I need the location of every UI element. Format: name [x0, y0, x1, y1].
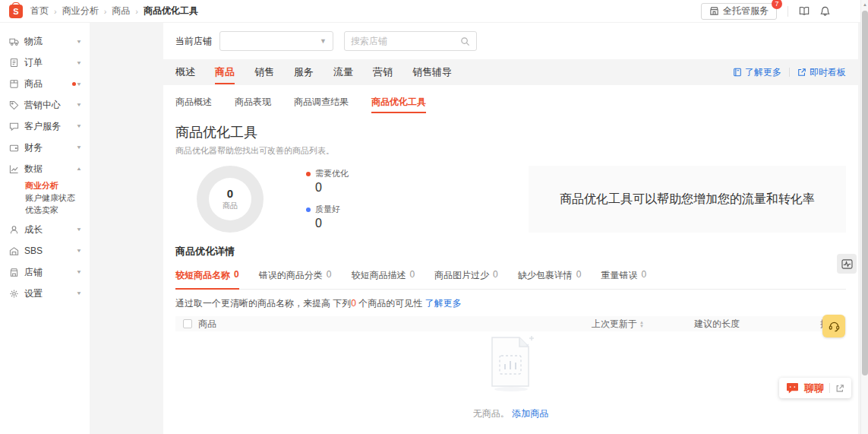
sidebar-item-orders[interactable]: 订单 ▼: [0, 52, 90, 73]
topbar-actions: 全托管服务 7: [701, 3, 851, 20]
learn-more-link[interactable]: 了解更多: [733, 66, 781, 79]
book-icon: [733, 68, 742, 77]
sidebar-data-submenu: 商业分析 账户健康状态 优选卖家: [0, 179, 90, 219]
sidebar-item-shop[interactable]: 店铺 ▼: [0, 261, 90, 283]
filter-tab-short-description[interactable]: 较短商品描述0: [351, 261, 415, 289]
donut-total-label: 商品: [223, 201, 238, 211]
legend-dot-red: [306, 172, 311, 176]
chevron-down-icon: ▼: [76, 123, 82, 128]
promo-banner-text: 商品优化工具可以帮助您增加您的流量和转化率: [529, 166, 846, 233]
store-select-dropdown[interactable]: ▼: [219, 31, 333, 51]
sidebar-item-label: 客户服务: [24, 120, 76, 133]
chevron-down-icon: ▼: [76, 59, 82, 65]
tab-service[interactable]: 服务: [294, 60, 314, 84]
filter-tab-wrong-category[interactable]: 错误的商品分类0: [259, 261, 332, 289]
performance-pulse-button[interactable]: [837, 254, 857, 274]
tab-traffic[interactable]: 流量: [333, 60, 353, 84]
store-selector-bar: 当前店铺 ▼: [163, 23, 858, 59]
filter-tab-short-name[interactable]: 较短商品名称0: [175, 261, 239, 289]
breadcrumb-home[interactable]: 首页: [30, 5, 49, 17]
legend-value: 0: [315, 217, 349, 230]
tab-product[interactable]: 商品: [215, 60, 235, 84]
add-product-link[interactable]: 添加商品: [512, 408, 548, 419]
tab-count: 0: [576, 269, 582, 282]
main-content: 当前店铺 ▼ 概述 商品 销售 服务 流量 营销 销售辅导 了解更多: [163, 23, 858, 434]
chevron-down-icon: ▼: [76, 248, 82, 253]
empty-text: 无商品。 添加商品: [473, 407, 548, 420]
sidebar-item-sbs[interactable]: SBS ▼: [0, 240, 90, 261]
scrollbar-thumb[interactable]: [862, 11, 868, 375]
chevron-down-icon: ▼: [76, 102, 82, 107]
support-headset-button[interactable]: [822, 315, 845, 337]
sidebar-item-account-health[interactable]: 账户健康状态: [25, 192, 90, 204]
tab-marketing[interactable]: 营销: [373, 60, 393, 84]
sidebar-item-data[interactable]: 数据 ▲: [0, 158, 90, 179]
scroll-up-arrow[interactable]: ▲: [861, 0, 868, 9]
webchat-button[interactable]: 聊聊: [779, 378, 851, 398]
box-icon: [9, 79, 19, 89]
sidebar-item-products[interactable]: 商品 ▼: [0, 73, 90, 94]
sidebar-item-business-analysis[interactable]: 商业分析: [25, 179, 90, 192]
sidebar-item-customer-service[interactable]: 客户服务 ▼: [0, 116, 90, 137]
table-header: 商品 上次更新于 ▲▼ 建议的长度 操作: [175, 316, 846, 331]
storefront-icon: [9, 268, 19, 277]
hint-learn-more-link[interactable]: 了解更多: [425, 298, 462, 309]
sidebar-item-marketing-center[interactable]: 营销中心 ▼: [0, 94, 90, 116]
breadcrumb-current: 商品优化工具: [144, 5, 198, 17]
sidebar-item-finance[interactable]: 财务 ▼: [0, 137, 90, 158]
warehouse-icon: [9, 246, 19, 256]
divider: [829, 383, 830, 393]
filter-tab-missing-package[interactable]: 缺少包裹详情0: [518, 261, 582, 289]
chart-icon: [9, 164, 19, 174]
subtab-product-performance[interactable]: 商品表现: [235, 88, 271, 116]
sidebar-item-logistics[interactable]: 物流 ▼: [0, 30, 90, 52]
guide-book-icon[interactable]: [799, 6, 810, 16]
legend-good-quality: 质量好 0: [306, 204, 349, 230]
select-all-checkbox[interactable]: [183, 319, 192, 328]
chevron-down-icon: ▼: [76, 269, 82, 274]
tab-overview[interactable]: 概述: [175, 60, 195, 84]
tag-icon: [9, 100, 19, 110]
tab-sales[interactable]: 销售: [254, 60, 274, 84]
tab-sales-coaching[interactable]: 销售辅导: [412, 60, 452, 84]
page-subtitle: 商品优化器帮助您找出可改善的商品列表。: [175, 145, 846, 157]
managed-service-label: 全托管服务: [723, 5, 769, 17]
legend-need-optimize: 需要优化 0: [306, 168, 349, 195]
tab-count: 0: [234, 269, 239, 282]
filter-tab-wrong-weight[interactable]: 重量错误0: [601, 261, 646, 289]
current-store-label: 当前店铺: [175, 35, 212, 48]
store-search-input[interactable]: [351, 36, 460, 46]
subtab-product-survey[interactable]: 商品调查结果: [294, 88, 349, 116]
subtab-product-overview[interactable]: 商品概述: [175, 88, 212, 116]
sidebar-item-label: SBS: [24, 246, 76, 256]
breadcrumb-business-analysis[interactable]: 商业分析: [62, 5, 99, 17]
managed-service-button[interactable]: 全托管服务 7: [701, 3, 777, 20]
product-analytics-card: 商品概述 商品表现 商品调查结果 商品优化工具 商品优化工具 商品优化器帮助您找…: [163, 85, 858, 434]
store-icon: [709, 6, 719, 16]
sidebar-item-label: 店铺: [24, 266, 76, 279]
subtab-product-optimizer[interactable]: 商品优化工具: [371, 88, 426, 116]
growth-icon: [9, 225, 19, 235]
sidebar-item-preferred-seller[interactable]: 优选卖家: [25, 204, 90, 216]
popout-icon[interactable]: [835, 384, 844, 393]
chat-icon: [786, 382, 799, 394]
main-tabs: 概述 商品 销售 服务 流量 营销 销售辅导: [175, 60, 452, 84]
shopee-logo[interactable]: S: [9, 5, 23, 18]
chat-label: 聊聊: [804, 382, 824, 395]
search-icon[interactable]: [460, 36, 470, 46]
filter-tab-few-images[interactable]: 商品图片过少0: [434, 261, 498, 289]
column-product: 商品: [198, 318, 216, 331]
sort-icon[interactable]: ▲▼: [639, 321, 644, 328]
bell-icon[interactable]: [820, 6, 830, 17]
band-links: 了解更多 即时看板: [733, 66, 846, 79]
sidebar-item-settings[interactable]: 设置 ▼: [0, 283, 90, 304]
sidebar-item-label: 财务: [24, 141, 76, 154]
page-scrollbar[interactable]: ▲: [860, 0, 868, 434]
realtime-dashboard-link[interactable]: 即时看板: [797, 66, 846, 79]
donut-center: 0 商品: [209, 178, 251, 220]
sidebar-item-growth[interactable]: 成长 ▼: [0, 219, 90, 240]
quality-donut-chart: 0 商品 需要优化 0 质量好: [175, 166, 529, 233]
donut-ring: 0 商品: [197, 166, 264, 233]
breadcrumb-product[interactable]: 商品: [112, 5, 130, 17]
tab-count: 0: [641, 269, 646, 282]
